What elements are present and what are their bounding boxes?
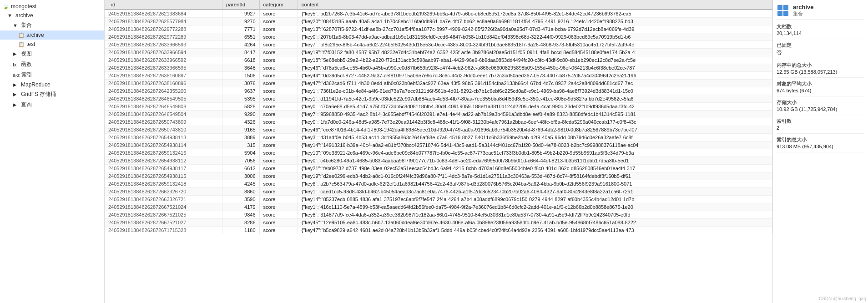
col-header-category[interactable]: category [259,0,298,10]
table-row[interactable]: 24052918138482628726633267213590score{"k… [105,196,772,203]
sidebar-item-archive-db[interactable]: ▼archive [0,11,104,20]
cell-id: 2405291813848262872625577984 [105,18,222,25]
sidebar-icon-archive-col: 📋 [18,32,25,38]
sidebar: 🍃mongotest▼archive▼集合📋archive📋test▶视图fx函… [0,0,105,303]
cell-parentid: 9270 [222,18,260,25]
divider [777,115,864,115]
cell-parentid: 8860 [222,188,260,196]
right-panel-fields: 文档数20,134,114已固定否内存中的总大小12.65 GB (13,588… [777,23,864,152]
table-row[interactable]: 24052918138482628726255779849270score{"k… [105,18,772,25]
table-row[interactable]: 24052918138482628726423552009637score{"k… [105,87,772,95]
table-row[interactable]: 24052918138482628726381608963076score{"k… [105,80,772,87]
table-row[interactable]: 24052918138482628726297722887771score{"k… [105,25,772,33]
cell-content: {"key1":"caed1cc5-98d8-43fd-b462-b45054a… [298,188,772,196]
cell-parentid: 3006 [222,172,260,180]
cell-content: {"key45":"12e95105-ea8c-483c-b6b7-13a060… [298,219,772,227]
table-row[interactable]: 24052918138482628726465498085828score{"k… [105,103,772,111]
cell-id: 2405291813848262872659132416 [105,149,222,157]
cell-parentid: 1506 [222,72,260,80]
cell-id: 2405291813848262872638160897 [105,72,222,80]
cell-parentid: 5828 [222,103,260,111]
table-row[interactable]: 24052918138482628726339665948417score{"k… [105,49,772,56]
svg-rect-1 [783,5,788,10]
sidebar-item-suoyin[interactable]: a-z索引 [0,70,104,80]
cell-id: 2405291813848262872654938117 [105,165,222,172]
cell-category: score [259,18,298,25]
cell-id: 2405291813848262872654938112 [105,157,222,165]
table-row[interactable]: 24052918138482628726549381133889score{"k… [105,134,772,141]
table-row[interactable]: 24052918138482628726549381153006score{"k… [105,172,772,180]
table-row[interactable]: 24052918138482628726633267208860score{"k… [105,188,772,196]
cell-id: 2405291813848262872654938114 [105,141,222,149]
cell-category: score [259,141,298,149]
cell-content: {"key1":"d11941fd-7a5e-42e1-9b9e-03fdc52… [298,95,772,103]
cell-content: {"key1":"736f1e2e-c01b-4e84-a4f6-61ed73a… [298,87,772,95]
table-row[interactable]: 24052918138482628726591324184245score{"k… [105,180,772,188]
table-row[interactable]: 24052918138482628726339665926618score{"k… [105,56,772,64]
cell-category: score [259,227,298,234]
grid-icon [777,4,789,17]
table-row[interactable]: 24052918138482628726675210244179score{"k… [105,203,772,211]
cell-parentid: 315 [222,141,260,149]
table-row[interactable]: 24052918138482628726465495055395score{"k… [105,95,772,103]
table-row[interactable]: 24052918138482628726339665953648score{"k… [105,64,772,72]
sidebar-item-test-col[interactable]: 📋test [0,40,104,49]
table-row[interactable]: 24052918138482628726297722896551score{"k… [105,33,772,41]
cell-id: 2405291813848262872646549505 [105,95,222,103]
table-row[interactable]: 24052918138482628726339665934264score{"k… [105,41,772,49]
table-row[interactable]: 24052918138482628726675210259846score{"k… [105,211,772,219]
sidebar-item-hanshu[interactable]: fx函数 [0,59,104,70]
sidebar-item-mapreduce[interactable]: ▶MapReduce [0,80,104,89]
table-row[interactable]: 24052918138482628726675210278286score{"k… [105,219,772,227]
sidebar-item-archive-col[interactable]: 📋archive [0,30,104,40]
cell-content: {"key6":"a2b7c563-f79a-47d0-adfe-62f2ef1… [298,180,772,188]
table-row[interactable]: 24052918138482628726717153281180score{"k… [105,227,772,234]
cell-category: score [259,87,298,95]
table-row[interactable]: 2405291813848262872654938114315score{"ke… [105,141,772,149]
main-content: _id parentId category content 2405291813… [105,0,772,303]
info-value: 10.92 GB (11,725,942,784) [777,106,864,112]
cell-id: 2405291813848262872654938115 [105,172,222,180]
table-row[interactable]: 24052918138482628726549381176612score{"k… [105,165,772,172]
cell-category: score [259,188,298,196]
cell-parentid: 9927 [222,10,260,18]
table-row[interactable]: 24052918138482628726507438094326score{"k… [105,118,772,126]
cell-content: {"key7":"bf8c295e-8f5b-4c4a-a6d2-224b5f8… [298,41,772,49]
info-value: 913.08 MB (957,435,904) [777,144,864,149]
table-row[interactable]: 24052918138482628726465495049290score{"k… [105,111,772,118]
divider [777,77,864,78]
sidebar-item-gridfs[interactable]: ▶GridFS 存储桶 [0,89,104,100]
sidebar-label-archive-db: archive [15,12,33,19]
sidebar-item-jijie[interactable]: ▼集合 [0,20,104,30]
col-header-parentid[interactable]: parentId [222,0,260,10]
cell-parentid: 3076 [222,80,260,87]
table-row[interactable]: 24052918138482628726591324165904score{"k… [105,149,772,157]
cell-content: {"key0":"c70a6e88-d5e5-41d7-a75f-f0773db… [298,103,772,111]
cell-content: {"key8":"314877d9-fce4-4da6-a352-a39ec38… [298,211,772,219]
sidebar-icon-gridfs: ▶ [13,91,19,97]
sidebar-icon-shitu: ▶ [13,51,19,57]
data-table: _id parentId category content 2405291813… [105,0,772,234]
sidebar-icon-mapreduce: ▶ [13,82,19,88]
cell-category: score [259,165,298,172]
cell-id: 2405291813848262872667521025 [105,211,222,219]
col-header-id[interactable]: _id [105,0,222,10]
table-row[interactable]: 24052918138482628726213836849927score{"k… [105,10,772,18]
table-row[interactable]: 24052918138482628726549381127056score{"k… [105,157,772,165]
sidebar-label-suoyin: 索引 [21,71,32,79]
table-row[interactable]: 24052918138482628726381608971506score{"k… [105,72,772,80]
cell-category: score [259,80,298,87]
sidebar-item-shitu[interactable]: ▶视图 [0,49,104,59]
sidebar-icon-jijie: ▼ [13,23,19,28]
sidebar-item-mongotest[interactable]: 🍃mongotest [0,2,104,11]
col-header-content[interactable]: content [298,0,772,10]
table-body: 24052918138482628726213836849927score{"k… [105,10,772,234]
sidebar-icon-archive-db: ▼ [7,13,14,18]
table-container[interactable]: _id parentId category content 2405291813… [105,0,772,303]
cell-content: {"key1":"416c1110-5e7a-4599-b53f-ea5aaed… [298,203,772,211]
cell-category: score [259,72,298,80]
table-row[interactable]: 24052918138482628726507438109165score{"k… [105,126,772,134]
sidebar-label-archive-col: archive [26,32,44,38]
sidebar-item-chaxun[interactable]: ▶查询 [0,100,104,110]
cell-id: 2405291813848262872671715328 [105,227,222,234]
